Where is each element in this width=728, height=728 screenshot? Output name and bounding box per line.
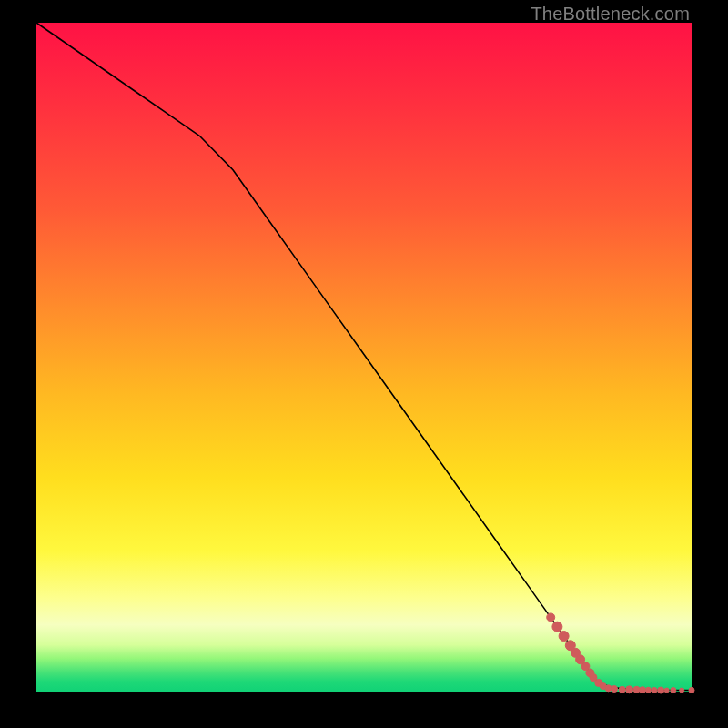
bottleneck-curve	[36, 23, 692, 691]
highlight-dot	[652, 688, 657, 693]
highlight-dot	[626, 686, 633, 693]
highlight-dot	[619, 686, 625, 693]
highlight-dot	[559, 632, 569, 642]
chart-overlay	[36, 23, 692, 692]
highlight-dot	[633, 686, 640, 693]
highlight-dot	[547, 613, 555, 622]
highlight-dot	[664, 688, 669, 693]
highlight-dot	[689, 688, 694, 693]
chart-frame: TheBottleneck.com	[0, 0, 728, 728]
highlight-dot	[671, 688, 676, 693]
highlight-dot	[552, 622, 562, 632]
highlight-dots	[547, 613, 694, 693]
watermark-text: TheBottleneck.com	[531, 4, 690, 25]
highlight-dot	[658, 687, 664, 693]
highlight-dot	[640, 687, 646, 693]
highlight-dot	[612, 686, 618, 693]
highlight-dot	[605, 685, 612, 692]
highlight-dot	[680, 688, 684, 693]
highlight-dot	[645, 687, 651, 693]
